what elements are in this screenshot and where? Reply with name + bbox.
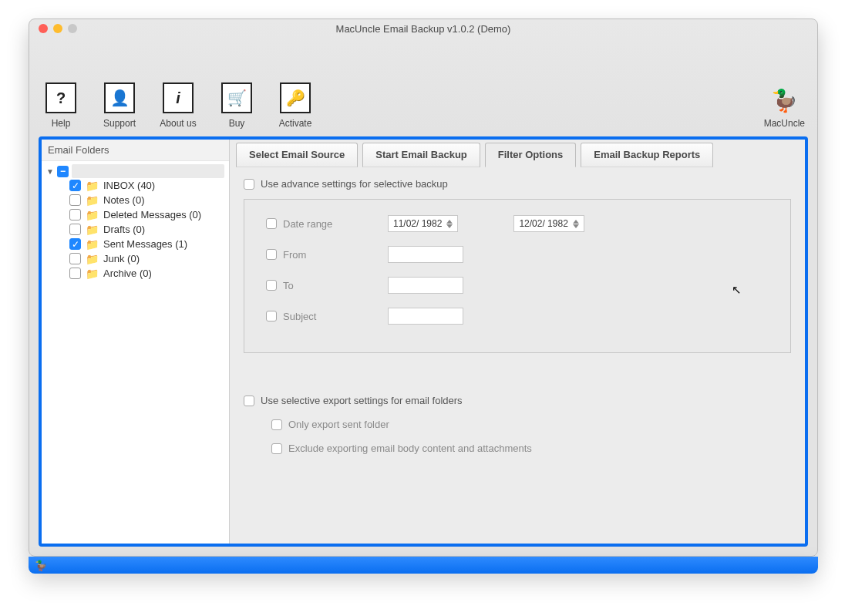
folder-icon: 📁: [86, 268, 99, 279]
folder-checkbox[interactable]: [69, 224, 81, 235]
folder-checkbox[interactable]: [69, 253, 81, 264]
folder-label: Drafts (0): [103, 224, 145, 235]
toolbar-label: Help: [52, 118, 71, 129]
exclude-body-checkbox[interactable]: [271, 443, 282, 454]
from-checkbox[interactable]: [266, 249, 277, 260]
statusbar: 🦆: [29, 557, 818, 574]
from-label: From: [283, 249, 306, 261]
cart-icon: 🛒: [221, 82, 252, 113]
root-account-label: [72, 164, 224, 178]
brand-label: MacUncle: [764, 118, 805, 129]
folder-checkbox[interactable]: [69, 194, 81, 206]
root-checkbox[interactable]: −: [57, 166, 69, 177]
folder-row[interactable]: 📁Sent Messages (1): [45, 237, 224, 251]
folder-icon: 📁: [86, 254, 99, 264]
workarea: Email Folders ▼ − 📁INBOX (40)📁Notes (0)📁…: [39, 136, 808, 547]
exclude-body-label: Exclude exporting email body content and…: [288, 443, 532, 454]
folder-row[interactable]: 📁Archive (0): [45, 266, 224, 281]
tab-filter-options[interactable]: Filter Options: [485, 143, 577, 167]
date-start-value: 11/02/ 1982: [393, 218, 442, 229]
to-checkbox[interactable]: [266, 280, 277, 291]
folder-icon: 📁: [86, 210, 99, 220]
folder-checkbox[interactable]: [69, 180, 81, 191]
date-end-value: 12/02/ 1982: [519, 218, 567, 229]
toolbar-label: Support: [103, 118, 136, 129]
folder-icon: 📁: [86, 180, 99, 191]
toolbar-item-help[interactable]: ? Help: [39, 56, 83, 129]
window-title: MacUncle Email Backup v1.0.2 (Demo): [29, 23, 817, 35]
folder-label: INBOX (40): [103, 180, 155, 191]
toolbar-item-about[interactable]: i About us: [156, 56, 200, 129]
folder-checkbox[interactable]: [69, 209, 81, 220]
only-sent-checkbox[interactable]: [271, 419, 282, 430]
folder-label: Deleted Messages (0): [103, 209, 201, 220]
filter-options-body: Use advance settings for selective backu…: [230, 167, 805, 468]
toolbar-item-buy[interactable]: 🛒 Buy: [214, 56, 259, 129]
from-input[interactable]: [388, 246, 463, 263]
subject-checkbox[interactable]: [266, 311, 277, 321]
tree-root[interactable]: ▼ −: [45, 164, 224, 178]
app-window: MacUncle Email Backup v1.0.2 (Demo) ? He…: [29, 19, 818, 557]
date-end-field[interactable]: 12/02/ 1982: [513, 215, 584, 232]
support-icon: 👤: [104, 82, 135, 113]
folder-label: Sent Messages (1): [103, 238, 187, 250]
folder-checkbox[interactable]: [69, 238, 81, 250]
brand-icon: 🦆: [771, 88, 798, 113]
sidebar: Email Folders ▼ − 📁INBOX (40)📁Notes (0)📁…: [42, 140, 230, 544]
tab-select-source[interactable]: Select Email Source: [236, 143, 358, 167]
folder-label: Notes (0): [103, 194, 144, 206]
toolbar-label: Activate: [279, 118, 312, 129]
subject-label: Subject: [283, 311, 316, 322]
folder-icon: 📁: [86, 224, 99, 235]
folder-icon: 📁: [86, 239, 99, 250]
folder-label: Archive (0): [103, 268, 152, 279]
selective-export-label: Use selective export settings for email …: [261, 395, 463, 406]
main-panel: Select Email Source Start Email Backup F…: [230, 140, 805, 544]
subject-input[interactable]: [388, 308, 463, 325]
folder-row[interactable]: 📁Drafts (0): [45, 222, 224, 237]
info-icon: i: [163, 82, 194, 113]
stepper-icon[interactable]: [446, 217, 454, 230]
titlebar: MacUncle Email Backup v1.0.2 (Demo): [29, 19, 817, 38]
date-start-field[interactable]: 11/02/ 1982: [388, 215, 458, 232]
tabs: Select Email Source Start Email Backup F…: [230, 140, 805, 167]
tab-backup-reports[interactable]: Email Backup Reports: [581, 143, 713, 167]
help-icon: ?: [45, 82, 76, 113]
statusbar-icon: 🦆: [35, 560, 47, 571]
date-range-checkbox[interactable]: [266, 218, 277, 229]
disclosure-triangle-icon[interactable]: ▼: [46, 167, 54, 176]
to-input[interactable]: [388, 277, 463, 294]
folder-icon: 📁: [86, 195, 99, 206]
tab-start-backup[interactable]: Start Email Backup: [362, 143, 480, 167]
folder-checkbox[interactable]: [69, 268, 81, 279]
folder-row[interactable]: 📁Notes (0): [45, 193, 224, 207]
folder-row[interactable]: 📁Deleted Messages (0): [45, 207, 224, 222]
advance-settings-label: Use advance settings for selective backu…: [261, 178, 448, 190]
toolbar: ? Help 👤 Support i About us 🛒 Buy 🔑 Acti…: [29, 38, 817, 133]
sidebar-header: Email Folders: [42, 140, 229, 161]
toolbar-item-support[interactable]: 👤 Support: [97, 56, 142, 129]
folder-label: Junk (0): [103, 253, 140, 264]
toolbar-label: About us: [160, 118, 196, 129]
to-label: To: [283, 280, 294, 291]
selective-export-checkbox[interactable]: [244, 396, 254, 406]
brand: 🦆 MacUncle: [764, 62, 808, 129]
toolbar-label: Buy: [229, 118, 245, 129]
toolbar-item-activate[interactable]: 🔑 Activate: [273, 56, 318, 129]
key-icon: 🔑: [280, 82, 311, 113]
filter-panel: Date range 11/02/ 1982 12/02/ 1982: [244, 199, 791, 353]
date-range-label: Date range: [283, 218, 332, 230]
folder-row[interactable]: 📁INBOX (40): [45, 178, 224, 193]
advance-settings-checkbox[interactable]: [244, 179, 254, 190]
stepper-icon[interactable]: [573, 217, 581, 230]
only-sent-label: Only export sent folder: [288, 419, 389, 430]
folder-tree[interactable]: ▼ − 📁INBOX (40)📁Notes (0)📁Deleted Messag…: [42, 161, 229, 284]
folder-row[interactable]: 📁Junk (0): [45, 251, 224, 266]
